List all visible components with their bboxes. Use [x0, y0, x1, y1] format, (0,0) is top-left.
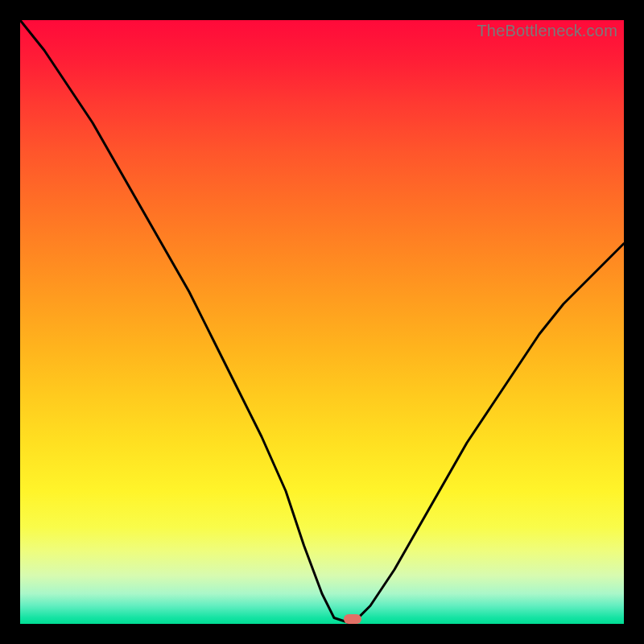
optimal-marker: [344, 614, 361, 624]
bottleneck-curve: [20, 20, 624, 624]
curve-path: [20, 20, 624, 624]
plot-area: TheBottleneck.com: [20, 20, 624, 624]
chart-frame: TheBottleneck.com: [0, 0, 644, 644]
